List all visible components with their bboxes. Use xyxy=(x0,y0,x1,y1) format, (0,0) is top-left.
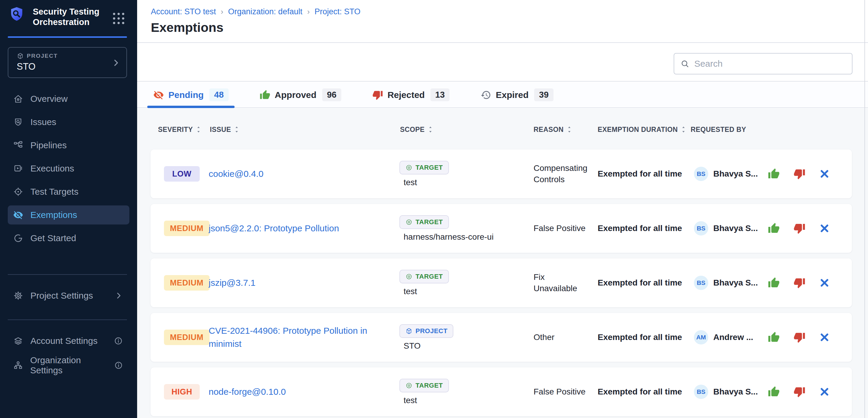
column-header-reason[interactable]: REASON xyxy=(533,126,596,134)
breadcrumb-account[interactable]: Account: STO test xyxy=(151,7,216,16)
target-icon xyxy=(13,187,23,197)
sort-icon[interactable] xyxy=(680,126,687,133)
tab-rejected[interactable]: Rejected 13 xyxy=(370,82,452,107)
exemption-duration: Exempted for all time xyxy=(596,333,688,342)
issue-link[interactable]: node-forge@0.10.0 xyxy=(209,385,286,398)
main-content: Account: STO test › Organization: defaul… xyxy=(137,0,868,418)
tab-pending[interactable]: Pending 48 xyxy=(151,82,231,107)
column-header-issue[interactable]: ISSUE xyxy=(203,126,399,134)
sidebar-menu: Overview Issues Pipelines Exe xyxy=(8,89,129,252)
sidebar-item-issues[interactable]: Issues xyxy=(8,112,129,132)
avatar: AM xyxy=(694,330,708,345)
issue-link[interactable]: CVE-2021-44906: Prototype Pollution in m… xyxy=(209,324,388,350)
project-selector[interactable]: PROJECT STO xyxy=(8,47,127,78)
column-header-severity[interactable]: SEVERITY xyxy=(151,126,203,134)
sidebar-item-executions[interactable]: Executions xyxy=(8,159,129,178)
breadcrumb-organization[interactable]: Organization: default xyxy=(228,7,302,16)
breadcrumb-separator: › xyxy=(221,7,223,16)
pipeline-icon xyxy=(13,140,23,150)
approve-button[interactable] xyxy=(768,332,780,343)
sidebar-item-account-settings[interactable]: Account Settings xyxy=(8,332,127,350)
reason: Compensating Controls xyxy=(533,163,596,185)
tab-label: Expired xyxy=(496,90,528,100)
column-header-requested-by: REQUESTED BY xyxy=(688,126,763,134)
cancel-request-icon[interactable] xyxy=(819,169,830,179)
sidebar-item-exemptions[interactable]: Exemptions xyxy=(8,205,129,224)
sidebar-item-pipelines[interactable]: Pipelines xyxy=(8,136,129,155)
cancel-request-icon[interactable] xyxy=(819,332,830,343)
sort-icon[interactable] xyxy=(234,126,240,133)
cancel-request-icon[interactable] xyxy=(819,223,830,234)
issue-link[interactable]: cookie@0.4.0 xyxy=(209,167,264,180)
reject-button[interactable] xyxy=(794,386,805,398)
sort-icon[interactable] xyxy=(195,126,202,133)
exemption-duration: Exempted for all time xyxy=(596,169,688,179)
page-header: Account: STO test › Organization: defaul… xyxy=(137,0,868,43)
approve-button[interactable] xyxy=(768,222,780,234)
cancel-request-icon[interactable] xyxy=(819,277,830,288)
sidebar-item-organization-settings[interactable]: Organization Settings xyxy=(8,356,127,375)
sidebar-divider xyxy=(8,319,127,320)
scrollbar[interactable] xyxy=(864,0,865,418)
tab-expired[interactable]: Expired 39 xyxy=(478,82,556,107)
reason: Fix Unavailable xyxy=(533,272,596,294)
sidebar-item-label: Organization Settings xyxy=(30,355,114,376)
tab-approved[interactable]: Approved 96 xyxy=(257,82,344,107)
search-input[interactable] xyxy=(694,59,846,69)
sidebar-divider xyxy=(8,274,127,275)
chevron-right-icon xyxy=(115,291,123,300)
reason: Other xyxy=(533,332,596,343)
approve-button[interactable] xyxy=(768,386,780,398)
reject-button[interactable] xyxy=(794,332,805,343)
cube-icon xyxy=(405,327,412,335)
sidebar-item-project-settings[interactable]: Project Settings xyxy=(8,286,127,305)
sidebar-item-label: Account Settings xyxy=(30,336,97,346)
sort-icon[interactable] xyxy=(427,126,434,133)
layers-icon xyxy=(13,336,23,346)
table-row: MEDIUM CVE-2021-44906: Prototype Polluti… xyxy=(151,313,852,362)
reject-button[interactable] xyxy=(794,277,805,289)
issue-link[interactable]: json5@2.2.0: Prototype Pollution xyxy=(209,222,339,235)
reason: False Positive xyxy=(533,386,596,397)
sidebar-item-label: Test Targets xyxy=(30,187,79,197)
column-header-exemption-duration[interactable]: EXEMPTION DURATION xyxy=(596,126,688,134)
app-title: Security Testing Orchestration xyxy=(33,6,107,27)
requester-name: Andrew ... xyxy=(713,333,753,342)
issue-link[interactable]: jszip@3.7.1 xyxy=(209,276,255,289)
scope-badge: PROJECT xyxy=(399,324,454,338)
module-grid-icon[interactable] xyxy=(110,10,127,27)
tab-count-badge: 48 xyxy=(209,89,228,101)
exemptions-table: SEVERITY ISSUE SCOPE REASON EXEMPTION DU… xyxy=(137,109,868,418)
reject-button[interactable] xyxy=(794,168,805,180)
home-icon xyxy=(13,94,23,104)
column-header-scope[interactable]: SCOPE xyxy=(399,126,533,134)
scope-badge: TARGET xyxy=(399,215,449,229)
chevron-right-icon xyxy=(112,58,120,67)
play-box-icon xyxy=(13,164,23,174)
tab-label: Rejected xyxy=(388,90,425,100)
sidebar-item-overview[interactable]: Overview xyxy=(8,89,129,108)
scope-name: test xyxy=(399,178,417,187)
tab-label: Pending xyxy=(168,90,204,100)
exemption-duration: Exempted for all time xyxy=(596,223,688,233)
progress-circle-icon xyxy=(13,233,23,243)
tab-label: Approved xyxy=(275,90,316,100)
cancel-request-icon[interactable] xyxy=(819,386,830,397)
sidebar-item-get-started[interactable]: Get Started xyxy=(8,229,129,248)
table-row: MEDIUM jszip@3.7.1 TARGET test Fix Unava… xyxy=(151,258,852,307)
sidebar-item-label: Executions xyxy=(30,164,74,174)
reject-button[interactable] xyxy=(794,222,805,234)
breadcrumb-project[interactable]: Project: STO xyxy=(314,7,361,16)
sort-icon[interactable] xyxy=(566,126,572,133)
sidebar-item-test-targets[interactable]: Test Targets xyxy=(8,182,129,201)
target-icon xyxy=(405,218,412,226)
sidebar-item-label: Pipelines xyxy=(30,140,67,150)
table-header-row: SEVERITY ISSUE SCOPE REASON EXEMPTION DU… xyxy=(151,120,852,138)
approve-button[interactable] xyxy=(768,277,780,289)
page-title: Exemptions xyxy=(151,20,223,35)
tab-count-badge: 96 xyxy=(322,89,341,101)
search-box xyxy=(674,53,852,74)
avatar: BS xyxy=(694,385,708,399)
approve-button[interactable] xyxy=(768,168,780,180)
table-row: LOW cookie@0.4.0 TARGET test Compensatin… xyxy=(151,149,852,198)
